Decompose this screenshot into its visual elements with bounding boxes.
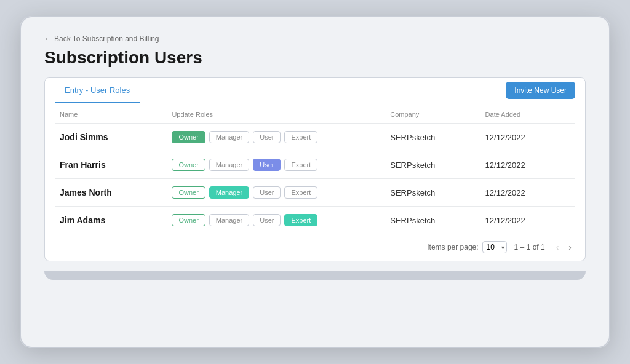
table-row: James NorthOwnerManagerUserExpertSERPske… <box>55 179 575 207</box>
user-roles-cell: OwnerManagerUserExpert <box>167 207 385 234</box>
users-table: Name Update Roles Company Date Added Jod… <box>55 103 575 234</box>
subscription-users-card: Entry - User Roles Invite New User Name … <box>44 77 586 261</box>
role-badge-expert[interactable]: Expert <box>284 159 317 171</box>
user-roles-cell: OwnerManagerUserExpert <box>167 179 385 207</box>
user-company-cell: SERPsketch <box>385 151 480 179</box>
role-badge-user[interactable]: User <box>253 131 281 143</box>
role-badge-expert[interactable]: Expert <box>284 186 317 199</box>
role-badge-manager[interactable]: Manager <box>209 214 249 226</box>
role-badge-owner[interactable]: Owner <box>172 131 205 143</box>
role-badge-owner[interactable]: Owner <box>172 159 205 171</box>
role-badge-user[interactable]: User <box>253 186 281 199</box>
user-date-cell: 12/12/2022 <box>480 124 575 151</box>
user-date-cell: 12/12/2022 <box>480 207 575 234</box>
back-link[interactable]: ← Back To Subscription and Billing <box>44 34 586 43</box>
pagination-nav: ‹ › <box>552 241 575 253</box>
tab-entry-user-roles[interactable]: Entry - User Roles <box>55 78 140 103</box>
role-badge-owner[interactable]: Owner <box>172 186 205 199</box>
table-row: Fran HarrisOwnerManagerUserExpertSERPske… <box>55 151 575 179</box>
tab-bar: Entry - User Roles Invite New User <box>45 78 585 103</box>
back-arrow-icon: ← <box>44 34 52 43</box>
pagination-bar: Items per page: 10 25 50 1 – 1 of 1 ‹ › <box>45 234 585 261</box>
role-badge-expert[interactable]: Expert <box>284 131 317 143</box>
user-date-cell: 12/12/2022 <box>480 151 575 179</box>
items-per-page-select[interactable]: 10 25 50 <box>482 241 507 253</box>
user-roles-cell: OwnerManagerUserExpert <box>167 151 385 179</box>
col-header-name: Name <box>55 103 167 124</box>
col-header-company: Company <box>385 103 480 124</box>
user-name-cell: Jim Adams <box>55 207 167 234</box>
user-company-cell: SERPsketch <box>385 207 480 234</box>
col-header-roles: Update Roles <box>167 103 385 124</box>
user-name-cell: Fran Harris <box>55 151 167 179</box>
next-page-button[interactable]: › <box>565 241 575 253</box>
user-roles-cell: OwnerManagerUserExpert <box>167 124 385 151</box>
role-badge-manager[interactable]: Manager <box>209 186 249 199</box>
role-badge-user[interactable]: User <box>253 214 281 226</box>
role-badge-owner[interactable]: Owner <box>172 214 205 226</box>
users-table-container: Name Update Roles Company Date Added Jod… <box>45 103 585 234</box>
role-badge-user[interactable]: User <box>253 159 281 171</box>
role-badge-manager[interactable]: Manager <box>209 131 249 143</box>
user-company-cell: SERPsketch <box>385 124 480 151</box>
invite-new-user-button[interactable]: Invite New User <box>506 82 575 99</box>
items-per-page-select-wrapper: 10 25 50 <box>482 241 507 253</box>
role-badge-manager[interactable]: Manager <box>209 159 249 171</box>
prev-page-button[interactable]: ‹ <box>552 241 563 253</box>
col-header-date: Date Added <box>480 103 575 124</box>
pagination-range: 1 – 1 of 1 <box>514 243 545 251</box>
items-per-page-label: Items per page: <box>427 243 478 251</box>
table-row: Jodi SimmsOwnerManagerUserExpertSERPsket… <box>55 124 575 151</box>
user-name-cell: James North <box>55 179 167 207</box>
back-link-text: Back To Subscription and Billing <box>54 34 159 43</box>
table-row: Jim AdamsOwnerManagerUserExpertSERPsketc… <box>55 207 575 234</box>
user-name-cell: Jodi Simms <box>55 124 167 151</box>
user-date-cell: 12/12/2022 <box>480 179 575 207</box>
role-badge-expert[interactable]: Expert <box>284 214 317 226</box>
page-title: Subscription Users <box>44 48 586 68</box>
user-company-cell: SERPsketch <box>385 179 480 207</box>
items-per-page-wrap: Items per page: 10 25 50 <box>427 241 506 253</box>
device-frame: ← Back To Subscription and Billing Subsc… <box>20 16 610 348</box>
